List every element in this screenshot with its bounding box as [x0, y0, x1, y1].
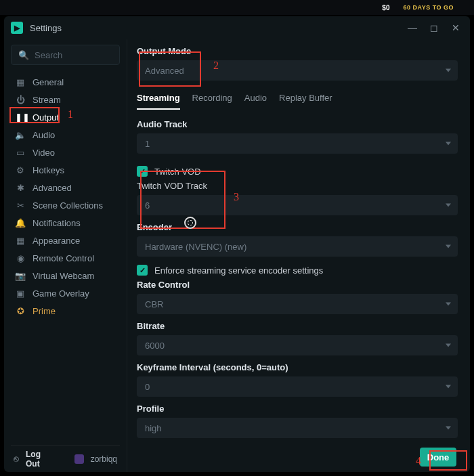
content-pane: Output Mode Advanced Streaming Recording… [127, 39, 470, 472]
video-icon: ▭ [15, 148, 26, 158]
appearance-icon: ▦ [15, 236, 26, 246]
tab-audio[interactable]: Audio [244, 93, 267, 110]
keyframe-label: Keyframe Interval (seconds, 0=auto) [137, 362, 458, 372]
sidebar-footer: ⎋ Log Out zorbiqq [11, 445, 120, 472]
search-input[interactable] [35, 50, 112, 60]
maximize-button[interactable]: ◻ [427, 20, 441, 35]
sidebar-item-virtual-webcam[interactable]: 📷Virtual Webcam [11, 267, 120, 284]
close-button[interactable]: ✕ [448, 20, 463, 35]
stream-icon: ⏻ [15, 95, 26, 105]
money-indicator: $0 [382, 4, 389, 12]
app-topbar: $0 60 DAYS TO GO [0, 0, 474, 15]
encoder-label: Encoder [137, 222, 458, 232]
settings-window: ▶ Settings — ◻ ✕ 🔍 ▦General ⏻Stream ❚❚Ou… [4, 16, 470, 472]
sidebar-item-remote-control[interactable]: ◉Remote Control [11, 249, 120, 267]
tab-recording[interactable]: Recording [192, 93, 232, 110]
sidebar-item-stream[interactable]: ⏻Stream [11, 91, 120, 108]
output-mode-select[interactable]: Advanced [137, 60, 458, 81]
output-mode-label: Output Mode [137, 46, 458, 56]
sidebar-item-hotkeys[interactable]: ⚙Hotkeys [11, 161, 120, 179]
chevron-down-icon [446, 69, 451, 72]
stepper-icon [446, 344, 451, 347]
search-icon: 🔍 [18, 50, 29, 60]
enforce-encoder-checkbox[interactable]: ✓ [137, 265, 148, 276]
enforce-encoder-label: Enforce streaming service encoder settin… [154, 265, 323, 276]
grid-icon: ▦ [15, 77, 26, 87]
sidebar-item-advanced[interactable]: ✱Advanced [11, 179, 120, 196]
tab-replay-buffer[interactable]: Replay Buffer [279, 93, 332, 110]
sidebar-item-scene-collections[interactable]: ✂Scene Collections [11, 196, 120, 214]
stepper-icon [446, 385, 451, 389]
sidebar-item-general[interactable]: ▦General [11, 73, 120, 91]
twitch-badge-icon [74, 454, 84, 464]
rate-control-select[interactable]: CBR [137, 294, 458, 314]
twitch-vod-checkbox[interactable]: ✓ [137, 166, 148, 177]
tab-streaming[interactable]: Streaming [137, 93, 180, 110]
profile-label: Profile [137, 404, 458, 414]
bell-icon: 🔔 [15, 218, 26, 228]
audio-icon: 🔈 [15, 130, 26, 140]
logout-button[interactable]: Log Out [26, 450, 57, 469]
sidebar-item-video[interactable]: ▭Video [11, 144, 120, 161]
bitrate-label: Bitrate [137, 321, 458, 331]
keyframe-input[interactable]: 0 [137, 376, 458, 397]
username: zorbiqq [91, 454, 117, 464]
sidebar-item-output[interactable]: ❚❚Output [11, 108, 120, 126]
app-logo-icon: ▶ [11, 22, 23, 34]
encoder-select[interactable]: Hardware (NVENC) (new) [137, 236, 458, 257]
audio-track-label: Audio Track [137, 119, 458, 129]
output-tabs: Streaming Recording Audio Replay Buffer [137, 93, 458, 110]
chevron-down-icon [446, 427, 451, 430]
output-icon: ❚❚ [15, 112, 26, 123]
prime-icon: ✪ [15, 306, 26, 316]
gear-icon: ⚙ [15, 165, 26, 175]
camera-icon: 📷 [15, 271, 26, 281]
chevron-down-icon [446, 204, 451, 207]
twitch-vod-track-label: Twitch VOD Track [137, 181, 458, 191]
sidebar-item-appearance[interactable]: ▦Appearance [11, 232, 120, 249]
profile-select[interactable]: high [137, 418, 458, 438]
minimize-button[interactable]: — [405, 20, 420, 35]
sidebar-item-prime[interactable]: ✪Prime [11, 302, 120, 320]
search-box[interactable]: 🔍 [11, 45, 120, 65]
days-remaining: 60 DAYS TO GO [403, 4, 454, 11]
chevron-down-icon [446, 303, 451, 306]
titlebar: ▶ Settings — ◻ ✕ [4, 16, 470, 39]
sidebar-item-notifications[interactable]: 🔔Notifications [11, 214, 120, 232]
remote-icon: ◉ [15, 253, 26, 263]
scissors-icon: ✂ [15, 200, 26, 211]
sidebar-item-game-overlay[interactable]: ▣Game Overlay [11, 284, 120, 302]
audio-track-select[interactable]: 1 [137, 133, 458, 154]
twitch-vod-checkbox-label: Twitch VOD [154, 167, 201, 177]
sliders-icon: ✱ [15, 183, 26, 193]
window-title: Settings [30, 23, 62, 33]
bitrate-input[interactable]: 6000 [137, 335, 458, 355]
sidebar-item-audio[interactable]: 🔈Audio [11, 126, 120, 144]
sidebar: 🔍 ▦General ⏻Stream ❚❚Output 🔈Audio ▭Vide… [4, 39, 127, 472]
logout-icon: ⎋ [14, 454, 19, 464]
done-button[interactable]: Done [420, 448, 456, 467]
chevron-down-icon [446, 142, 451, 146]
twitch-vod-track-select[interactable]: 6 [137, 195, 458, 215]
overlay-icon: ▣ [15, 288, 26, 299]
chevron-down-icon [446, 245, 451, 248]
rate-control-label: Rate Control [137, 280, 458, 290]
